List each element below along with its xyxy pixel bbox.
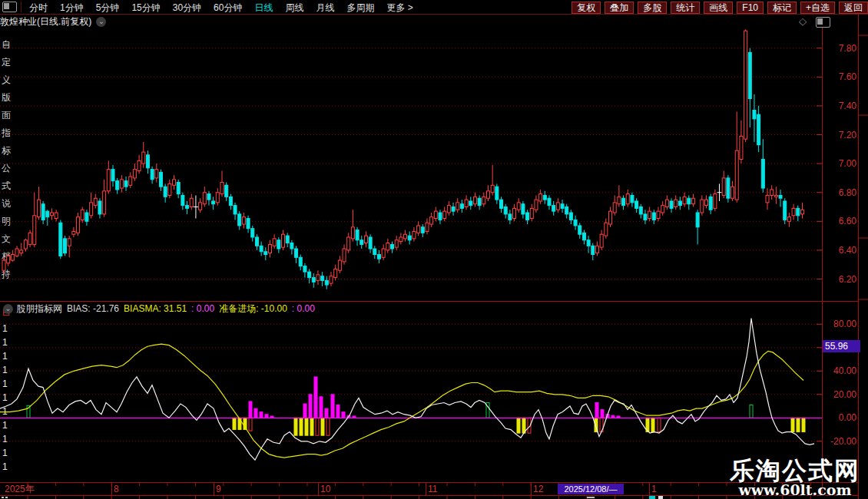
window-layout-icon[interactable] xyxy=(816,17,830,28)
menu-item-4[interactable]: 15分钟 xyxy=(125,2,166,13)
toolbar-button-6[interactable]: F10 xyxy=(737,2,764,14)
magenta-signal-bar xyxy=(254,408,257,418)
red-signal-bar xyxy=(658,418,661,431)
toolbar-button-3[interactable]: 多股 xyxy=(638,2,667,14)
candle-body xyxy=(613,203,616,213)
toolbar-button-5[interactable]: 画线 xyxy=(704,2,733,14)
candle-body xyxy=(273,239,276,246)
candle-body xyxy=(426,223,429,231)
candle-body xyxy=(701,200,704,213)
candle-body xyxy=(648,211,651,218)
candle-body xyxy=(605,223,608,236)
menu-item-3[interactable]: 5分钟 xyxy=(90,2,126,13)
menu-item-1[interactable]: 分时 xyxy=(23,2,54,13)
title-dropdown-icon[interactable]: ⌄ xyxy=(96,17,106,27)
candle-body xyxy=(639,207,642,214)
candle-body xyxy=(495,187,499,200)
toolbar-button-9[interactable]: 返回 xyxy=(839,2,868,14)
candle-body xyxy=(41,204,45,220)
menu-item-2[interactable]: 1分钟 xyxy=(54,2,90,13)
indicator-header-seg-4: : 0.00 xyxy=(191,303,214,314)
candle-body xyxy=(565,207,568,214)
candle-body xyxy=(784,201,787,220)
candle-body xyxy=(164,187,167,197)
toolbar-button-4[interactable]: 统计 xyxy=(671,2,700,14)
candle-body xyxy=(609,211,612,224)
diamond-marker-icon[interactable]: ◇ xyxy=(799,15,807,27)
candle-body xyxy=(530,208,533,218)
charts-canvas[interactable] xyxy=(0,0,868,499)
candle-body xyxy=(373,249,376,255)
indicator-collapse-icon[interactable]: ⌄ xyxy=(3,304,13,314)
candle-body xyxy=(37,200,40,217)
menu-item-7[interactable]: 日线 xyxy=(248,2,279,13)
x-axis-month-label: 11 xyxy=(428,484,437,494)
candle-body xyxy=(744,31,747,139)
magenta-signal-bar xyxy=(601,410,604,418)
candle-body xyxy=(234,206,237,214)
indicator-current-value-badge: 55.96 xyxy=(823,340,860,352)
candle-body xyxy=(486,191,489,198)
menu-item-8[interactable]: 周线 xyxy=(279,2,310,13)
candle-body xyxy=(46,211,49,217)
candle-body xyxy=(116,181,119,190)
indicator-header-seg-1: 股朋指标网 xyxy=(16,302,62,316)
candle-body xyxy=(11,255,14,261)
price-tick-label: 6.40 xyxy=(823,245,856,256)
menu-item-11[interactable]: 更多 > xyxy=(380,2,419,13)
toolbar-button-7[interactable]: 标记 xyxy=(767,2,797,14)
yellow-signal-bar xyxy=(791,418,794,431)
price-tick-label: 6.20 xyxy=(823,274,856,285)
candle-body xyxy=(539,194,542,201)
candle-body xyxy=(247,219,250,229)
candle-body xyxy=(181,195,184,205)
price-tick-label: 7.60 xyxy=(823,71,856,82)
candle-body xyxy=(757,114,760,144)
candle-body xyxy=(72,231,75,234)
candle-body xyxy=(146,155,149,168)
candle-body xyxy=(316,275,320,281)
candle-body xyxy=(55,213,58,219)
x-axis-year-label: 2025年 xyxy=(5,484,35,494)
date-badge: 2025/12/08/— xyxy=(558,484,624,494)
watermark-title: 乐淘公式网 xyxy=(728,458,862,483)
candle-body xyxy=(635,201,638,208)
candle-body xyxy=(578,226,581,234)
candle-body xyxy=(731,187,734,198)
magenta-signal-bar xyxy=(336,405,340,418)
candle-body xyxy=(64,239,67,253)
red-signal-bar xyxy=(249,418,252,431)
candle-body xyxy=(90,203,93,216)
candle-body xyxy=(491,185,494,192)
candle-body xyxy=(727,178,730,198)
bottom-fragment xyxy=(587,497,595,498)
menu-item-9[interactable]: 月线 xyxy=(310,2,340,13)
stock-title: 敦煌种业(日线.前复权) xyxy=(0,15,91,28)
toolbar-buttons: 复权叠加多股统计画线F10标记+自选返回 xyxy=(568,0,868,14)
yellow-signal-bar xyxy=(802,418,805,431)
candle-body xyxy=(469,201,472,206)
menu-item-10[interactable]: 多周期 xyxy=(340,2,380,13)
candle-body xyxy=(770,190,774,196)
candle-body xyxy=(299,257,302,266)
toolbar-button-8[interactable]: +自选 xyxy=(800,2,835,14)
candle-body xyxy=(652,213,655,220)
candle-body xyxy=(268,244,271,253)
candle-body xyxy=(369,237,372,249)
toolbar-button-1[interactable]: 复权 xyxy=(571,2,601,14)
candle-body xyxy=(137,160,141,170)
x-axis-month-label: 12 xyxy=(533,484,543,494)
price-tick-label: 6.80 xyxy=(823,187,856,198)
red-signal-bar xyxy=(326,418,330,435)
candle-body xyxy=(452,207,455,212)
toolbar-button-2[interactable]: 叠加 xyxy=(605,2,634,14)
candle-body xyxy=(24,240,27,249)
candle-body xyxy=(255,237,258,246)
candle-body xyxy=(509,214,512,220)
candle-body xyxy=(28,233,31,244)
candle-body xyxy=(151,170,154,180)
magenta-signal-bar xyxy=(249,402,252,418)
menu-item-6[interactable]: 60分钟 xyxy=(207,2,248,13)
menu-item-5[interactable]: 30分钟 xyxy=(167,2,207,13)
layout-panes-icon[interactable] xyxy=(2,2,17,12)
